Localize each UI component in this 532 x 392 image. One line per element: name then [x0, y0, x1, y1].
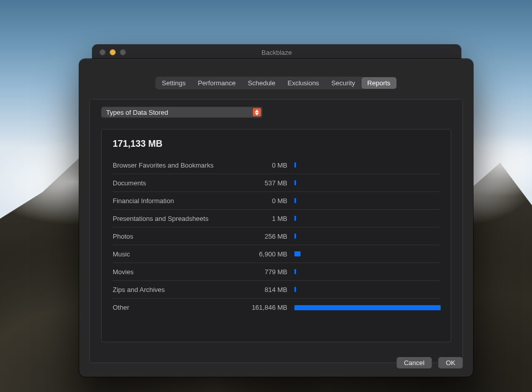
sheet-footer: Cancel OK	[396, 357, 463, 369]
data-type-bar	[294, 287, 296, 292]
tab-performance[interactable]: Performance	[192, 77, 242, 89]
data-type-label: Zips and Archives	[113, 286, 240, 293]
data-type-size: 779 MB	[247, 268, 287, 276]
data-type-bar-cell	[294, 198, 440, 204]
reports-panel: Types of Data Stored 171,133 MB Browser …	[89, 99, 463, 363]
data-type-size: 256 MB	[247, 233, 287, 240]
data-type-bar	[294, 234, 296, 239]
data-type-label: Movies	[113, 268, 240, 276]
data-type-label: Music	[113, 250, 240, 258]
data-type-label: Documents	[113, 179, 240, 187]
data-type-bar	[294, 180, 296, 185]
data-type-size: 814 MB	[247, 286, 287, 293]
data-type-list: Browser Favorites and Bookmarks0 MBDocum…	[113, 156, 440, 316]
data-type-bar-cell	[294, 215, 440, 221]
data-type-label: Other	[113, 304, 240, 311]
data-type-bar-cell	[294, 251, 440, 257]
data-type-size: 0 MB	[247, 197, 287, 205]
tab-security[interactable]: Security	[325, 77, 361, 89]
data-type-row: Browser Favorites and Bookmarks0 MB	[113, 156, 440, 174]
tab-reports[interactable]: Reports	[361, 77, 397, 89]
data-type-row: Movies779 MB	[113, 263, 440, 281]
data-type-row: Financial Information0 MB	[113, 192, 440, 210]
data-type-label: Browser Favorites and Bookmarks	[113, 161, 240, 169]
data-type-bar	[294, 305, 441, 310]
data-type-bar-cell	[294, 233, 440, 239]
data-type-row: Zips and Archives814 MB	[113, 281, 440, 299]
titlebar: Backblaze	[92, 45, 461, 60]
data-type-bar	[294, 269, 296, 274]
window-title: Backblaze	[92, 49, 461, 56]
data-type-size: 1 MB	[247, 215, 287, 222]
data-type-size: 537 MB	[247, 179, 287, 187]
data-type-bar-cell	[294, 305, 440, 311]
select-stepper-icon	[253, 108, 261, 116]
data-type-bar-cell	[294, 286, 440, 292]
tab-bar-container: SettingsPerformanceScheduleExclusionsSec…	[89, 76, 463, 90]
data-type-size: 0 MB	[247, 161, 287, 169]
data-type-row: Photos256 MB	[113, 227, 440, 245]
data-type-row: Music6,900 MB	[113, 245, 440, 263]
tab-exclusions[interactable]: Exclusions	[281, 77, 325, 89]
data-type-bar-cell	[294, 180, 440, 186]
data-type-bar-cell	[294, 269, 440, 275]
data-type-row: Other161,846 MB	[113, 299, 440, 316]
data-type-bar	[294, 251, 301, 256]
data-type-row: Presentations and Spreadsheets1 MB	[113, 210, 440, 227]
data-type-label: Presentations and Spreadsheets	[113, 215, 240, 222]
data-type-size: 6,900 MB	[247, 250, 287, 258]
cancel-button[interactable]: Cancel	[396, 357, 432, 369]
data-type-label: Photos	[113, 233, 240, 240]
data-type-row: Documents537 MB	[113, 174, 440, 192]
data-type-bar	[294, 198, 296, 203]
preferences-sheet: SettingsPerformanceScheduleExclusionsSec…	[79, 59, 473, 377]
data-type-bar-cell	[294, 162, 440, 168]
data-type-size: 161,846 MB	[247, 304, 287, 311]
report-box: 171,133 MB Browser Favorites and Bookmar…	[101, 129, 451, 342]
data-type-label: Financial Information	[113, 197, 240, 205]
data-type-bar	[294, 162, 296, 168]
data-type-bar	[294, 216, 296, 221]
report-type-select-label: Types of Data Stored	[106, 109, 168, 116]
ok-button[interactable]: OK	[438, 357, 463, 369]
tab-schedule[interactable]: Schedule	[242, 77, 281, 89]
report-type-select[interactable]: Types of Data Stored	[101, 107, 262, 118]
total-size: 171,133 MB	[113, 139, 440, 149]
tab-settings[interactable]: Settings	[156, 77, 192, 89]
tab-bar: SettingsPerformanceScheduleExclusionsSec…	[155, 76, 397, 90]
